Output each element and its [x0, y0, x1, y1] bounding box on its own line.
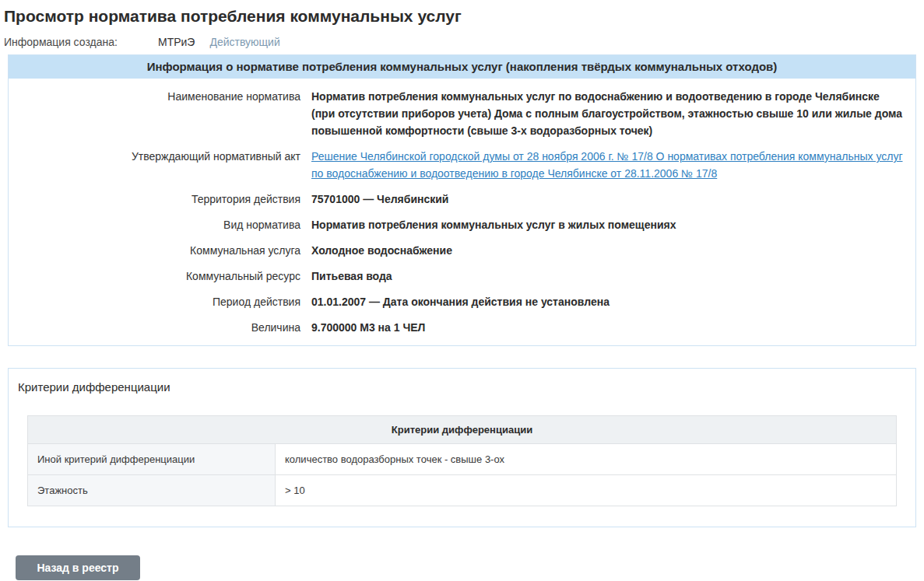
- meta-row: Информация создана: МТРиЭ Действующий: [4, 36, 916, 48]
- field-value: Решение Челябинской городской думы от 28…: [311, 148, 915, 182]
- criteria-row-value: > 10: [276, 475, 897, 506]
- info-panel-body: Наименование норматива Норматив потребле…: [9, 79, 915, 345]
- field-row-territory: Территория действия 75701000 — Челябинск…: [9, 191, 915, 208]
- info-panel: Информация о нормативе потребления комму…: [8, 54, 916, 346]
- table-row: Этажность > 10: [28, 475, 897, 506]
- field-label: Территория действия: [9, 191, 300, 208]
- field-value: 75701000 — Челябинский: [311, 191, 915, 208]
- field-row-period: Период действия 01.01.2007 — Дата оконча…: [9, 293, 915, 310]
- field-value: Норматив потребления коммунальных услуг …: [311, 88, 915, 139]
- field-row-utility-service: Коммунальная услуга Холодное водоснабжен…: [9, 242, 915, 259]
- criteria-row-label: Иной критерий дифференциации: [28, 444, 276, 475]
- field-label: Вид норматива: [9, 216, 300, 233]
- field-value: 01.01.2007 — Дата окончания действия не …: [311, 293, 915, 310]
- back-to-registry-button[interactable]: Назад в реестр: [16, 555, 140, 580]
- field-value: 9.700000 М3 на 1 ЧЕЛ: [311, 319, 915, 336]
- status-link[interactable]: Действующий: [209, 36, 279, 48]
- meta-created-label: Информация создана:: [4, 36, 158, 48]
- field-label: Коммунальная услуга: [9, 242, 300, 259]
- criteria-table: Критерии дифференциации Иной критерий ди…: [27, 415, 897, 506]
- field-row-utility-resource: Коммунальный ресурс Питьевая вода: [9, 268, 915, 285]
- table-row: Иной критерий дифференциации количество …: [28, 444, 897, 475]
- criteria-panel-title: Критерии дифференциации: [9, 378, 915, 395]
- field-value: Норматив потребления коммунальных услуг …: [311, 216, 915, 233]
- meta-org-value: МТРиЭ: [158, 36, 195, 48]
- field-row-value: Величина 9.700000 М3 на 1 ЧЕЛ: [9, 319, 915, 336]
- field-label: Величина: [9, 319, 300, 336]
- field-label: Период действия: [9, 293, 300, 310]
- field-value: Питьевая вода: [311, 268, 915, 285]
- field-label: Наименование норматива: [9, 88, 300, 139]
- approving-act-link[interactable]: Решение Челябинской городской думы от 28…: [311, 150, 903, 180]
- criteria-table-header: Критерии дифференциации: [28, 416, 897, 444]
- field-value: Холодное водоснабжение: [311, 242, 915, 259]
- field-row-norm-type: Вид норматива Норматив потребления комму…: [9, 216, 915, 233]
- info-panel-header: Информация о нормативе потребления комму…: [9, 55, 915, 79]
- field-row-name: Наименование норматива Норматив потребле…: [9, 88, 915, 139]
- criteria-panel: Критерии дифференциации Критерии диффере…: [8, 368, 916, 527]
- field-label: Утверждающий нормативный акт: [9, 148, 300, 182]
- criteria-row-label: Этажность: [28, 475, 276, 506]
- page-title: Просмотр норматива потребления коммуналь…: [4, 6, 916, 26]
- field-row-approving-act: Утверждающий нормативный акт Решение Чел…: [9, 148, 915, 182]
- criteria-row-value: количество водоразборных точек - свыше 3…: [276, 444, 897, 475]
- field-label: Коммунальный ресурс: [9, 268, 300, 285]
